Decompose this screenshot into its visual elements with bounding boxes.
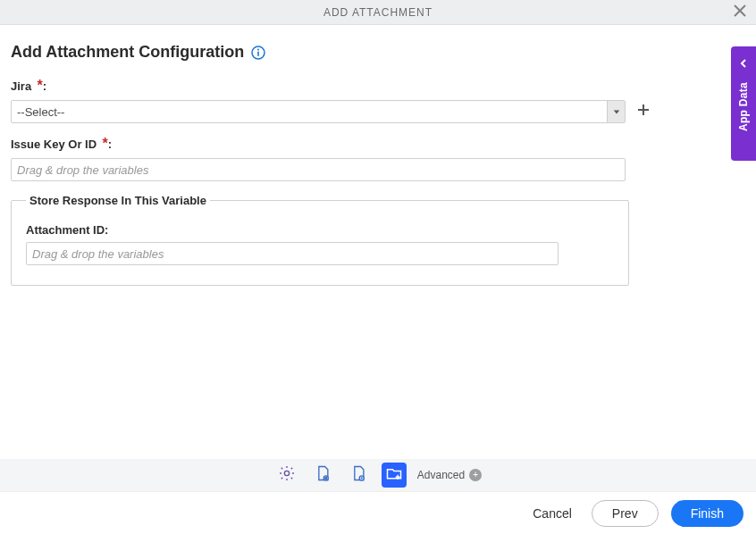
finish-button[interactable]: Finish: [671, 500, 743, 527]
step-toolbar: Advanced +: [0, 459, 756, 491]
footer: Cancel Prev Finish: [0, 491, 756, 534]
dialog-title: ADD ATTACHMENT: [323, 6, 433, 19]
page-title: Add Attachment Configuration: [11, 43, 244, 62]
gear-icon: [278, 464, 296, 486]
colon: :: [108, 138, 112, 151]
issue-input[interactable]: Drag & drop the variables: [11, 158, 626, 181]
issue-label-row: Issue Key Or ID *:: [11, 136, 745, 154]
chevron-down-icon: [607, 101, 625, 122]
attachment-id-placeholder: Drag & drop the variables: [32, 247, 164, 261]
colon: :: [43, 79, 46, 93]
add-jira-button[interactable]: [634, 103, 652, 121]
svg-point-3: [257, 48, 259, 50]
page-config-step-button[interactable]: [310, 463, 335, 488]
issue-label: Issue Key Or ID: [11, 138, 97, 151]
settings-step-button[interactable]: [274, 463, 299, 488]
jira-field: Jira *: --Select--: [11, 78, 745, 123]
svg-point-8: [284, 471, 289, 475]
svg-marker-5: [613, 110, 618, 113]
svg-rect-4: [258, 51, 260, 55]
close-button[interactable]: [731, 4, 749, 21]
jira-label: Jira: [11, 79, 31, 93]
store-response-group: Store Response In This Variable Attachme…: [11, 194, 629, 286]
advanced-toggle[interactable]: Advanced +: [417, 469, 482, 481]
close-icon: [734, 4, 746, 21]
jira-label-row: Jira *:: [11, 78, 745, 96]
attachment-step-button[interactable]: [382, 463, 407, 488]
cancel-button[interactable]: Cancel: [525, 501, 579, 526]
advanced-label: Advanced: [417, 469, 465, 481]
page-settings-step-button[interactable]: [346, 463, 371, 488]
prev-button[interactable]: Prev: [592, 500, 659, 527]
page-settings-icon: [349, 464, 367, 486]
attachment-id-input[interactable]: Drag & drop the variables: [26, 242, 559, 265]
attachment-id-label: Attachment ID:: [26, 223, 614, 237]
chevron-left-icon: [739, 55, 748, 71]
plus-circle-icon: +: [469, 469, 482, 481]
plus-icon: [636, 103, 651, 121]
jira-select[interactable]: --Select--: [11, 100, 626, 123]
dialog-header: ADD ATTACHMENT: [0, 0, 756, 25]
group-legend: Store Response In This Variable: [26, 194, 210, 207]
info-icon[interactable]: [251, 46, 265, 60]
jira-select-row: --Select--: [11, 100, 745, 123]
content-area: Add Attachment Configuration Jira *: --S…: [0, 25, 756, 286]
page-title-row: Add Attachment Configuration: [11, 43, 745, 62]
issue-placeholder: Drag & drop the variables: [17, 163, 148, 177]
svg-point-10: [325, 477, 327, 479]
folder-plus-icon: [385, 464, 403, 486]
app-data-panel-toggle[interactable]: App Data: [731, 46, 756, 161]
issue-field: Issue Key Or ID *: Drag & drop the varia…: [11, 136, 745, 181]
app-data-label: App Data: [737, 82, 750, 131]
jira-select-value: --Select--: [12, 105, 607, 119]
page-gear-icon: [314, 464, 332, 486]
